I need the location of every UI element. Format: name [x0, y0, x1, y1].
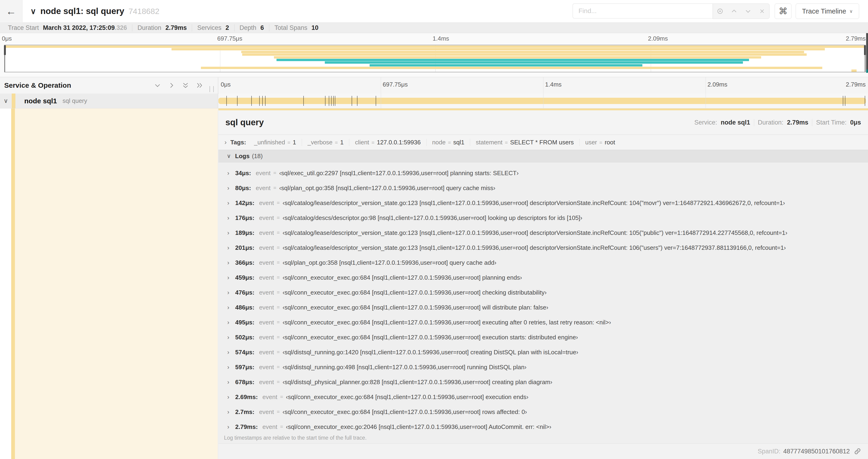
chevron-right-icon[interactable]: ›	[227, 170, 235, 177]
prev-match-icon[interactable]	[730, 7, 738, 15]
chevron-right-icon[interactable]: ›	[227, 199, 235, 207]
span-log-marker[interactable]	[331, 96, 332, 106]
log-entry[interactable]: ›459μs:event=‹sql/conn_executor_exec.go:…	[227, 270, 868, 285]
log-entry[interactable]: ›476μs:event=‹sql/conn_executor_exec.go:…	[227, 285, 868, 300]
chevron-right-icon[interactable]: ›	[227, 349, 235, 356]
log-entry[interactable]: ›176μs:event=‹sql/catalog/descs/descript…	[227, 210, 868, 225]
span-log-marker[interactable]	[259, 96, 260, 106]
log-entry[interactable]: ›142μs:event=‹sql/catalog/lease/descript…	[227, 195, 868, 210]
minimap-canvas[interactable]	[4, 45, 866, 72]
log-entry[interactable]: ›2.7ms:event=‹sql/conn_executor_exec.go:…	[227, 404, 868, 419]
timeline-tick-label: 0μs	[2, 35, 12, 42]
span-service-name: node sql1	[24, 97, 57, 105]
detail-meta-item: Duration: 2.79ms	[754, 119, 812, 126]
scrollbar-thumb[interactable]	[866, 33, 868, 69]
chevron-down-icon[interactable]: ∨	[0, 97, 12, 104]
tag-item: _verbose=1	[302, 139, 349, 146]
expand-all-icon[interactable]	[195, 81, 204, 89]
span-log-marker[interactable]	[335, 96, 335, 106]
log-entry[interactable]: ›495μs:event=‹sql/conn_executor_exec.go:…	[227, 315, 868, 330]
log-entry[interactable]: ›502μs:event=‹sql/conn_executor_exec.go:…	[227, 330, 868, 345]
span-duration-bar[interactable]	[218, 98, 866, 104]
chevron-right-icon[interactable]: ›	[227, 423, 235, 431]
logs-section-header[interactable]: ∨ Logs (18)	[218, 150, 868, 162]
span-row-node-sql1[interactable]: ∨ node sql1 sql query	[0, 94, 868, 108]
chevron-down-icon[interactable]: ∨	[30, 6, 36, 16]
timeline-tick-label: 1.4ms	[545, 81, 562, 88]
chevron-right-icon[interactable]: ›	[227, 379, 235, 386]
view-selector-button[interactable]: Trace Timeline ∨	[796, 3, 859, 19]
viewport-scrubber-left-handle[interactable]	[4, 45, 6, 55]
span-log-marker[interactable]	[865, 96, 865, 106]
span-log-marker[interactable]	[251, 96, 252, 106]
chevron-right-icon[interactable]: ›	[227, 334, 235, 341]
span-detail-section: sql query Service: node sql1Duration: 2.…	[0, 108, 868, 459]
log-entry[interactable]: ›80μs:event=‹sql/plan_opt.go:358 [nsql1,…	[227, 181, 868, 195]
minimap-span-bar	[277, 59, 749, 61]
span-log-marker[interactable]	[843, 96, 843, 106]
find-input[interactable]	[572, 3, 713, 19]
log-entry[interactable]: ›366μs:event=‹sql/plan_opt.go:358 [nsql1…	[227, 255, 868, 270]
service-operation-title: Service & Operation	[4, 81, 154, 89]
collapse-one-icon[interactable]	[154, 81, 161, 89]
span-log-marker[interactable]	[262, 96, 263, 106]
logs-label: Logs	[235, 153, 250, 160]
log-entry[interactable]: ›486μs:event=‹sql/conn_executor_exec.go:…	[227, 300, 868, 315]
collapse-all-icon[interactable]	[182, 81, 189, 89]
chevron-right-icon[interactable]: ›	[227, 304, 235, 311]
chevron-right-icon[interactable]: ›	[227, 364, 235, 371]
find-group	[572, 3, 770, 19]
span-name-column[interactable]: ∨ node sql1 sql query	[0, 94, 218, 108]
log-entry[interactable]: ›2.69ms:event=‹sql/conn_executor_exec.go…	[227, 390, 868, 404]
clear-find-icon[interactable]	[758, 7, 766, 15]
span-log-marker[interactable]	[237, 96, 238, 106]
chevron-right-icon[interactable]: ›	[227, 274, 235, 281]
span-log-marker[interactable]	[333, 96, 334, 106]
chevron-right-icon[interactable]: ›	[227, 214, 235, 222]
viewport-scrubber-right-handle[interactable]	[864, 45, 866, 55]
tags-label: Tags:	[230, 139, 246, 146]
back-button[interactable]: ←	[0, 0, 22, 22]
expand-one-icon[interactable]	[167, 81, 176, 89]
log-entry[interactable]: ›2.79ms:event=‹sql/conn_executor_exec.go…	[227, 419, 868, 434]
chevron-right-icon[interactable]: ›	[227, 319, 235, 326]
tags-row[interactable]: › Tags: _unfinished=1_verbose=1client=12…	[218, 135, 868, 150]
keyboard-shortcuts-button[interactable]: ⌘	[775, 3, 792, 19]
column-resizer-handle[interactable]	[210, 86, 214, 92]
deep-link-icon[interactable]	[854, 447, 862, 455]
chevron-right-icon[interactable]: ›	[227, 229, 235, 236]
view-selector-label: Trace Timeline	[802, 7, 846, 15]
chevron-right-icon[interactable]: ›	[227, 393, 235, 401]
chevron-right-icon[interactable]: ›	[227, 185, 235, 192]
span-log-marker[interactable]	[329, 96, 329, 106]
chevron-down-icon[interactable]: ∨	[227, 153, 231, 159]
span-log-marker[interactable]	[325, 96, 326, 106]
span-log-marker[interactable]	[265, 96, 266, 106]
log-entry[interactable]: ›34μs:event=‹sql/exec_util.go:2297 [nsql…	[227, 166, 868, 181]
span-log-marker[interactable]	[845, 96, 845, 106]
span-log-marker[interactable]	[357, 96, 358, 106]
trace-title-group: ∨ node sql1: sql query 7418682	[30, 0, 159, 22]
top-actions: ⌘ Trace Timeline ∨	[572, 3, 859, 19]
chevron-right-icon[interactable]: ›	[227, 244, 235, 252]
span-bar-cell[interactable]	[218, 94, 868, 108]
span-log-marker[interactable]	[226, 96, 227, 106]
log-entry[interactable]: ›201μs:event=‹sql/catalog/lease/descript…	[227, 240, 868, 255]
span-log-marker[interactable]	[376, 96, 376, 106]
span-log-marker[interactable]	[352, 96, 352, 106]
chevron-right-icon[interactable]: ›	[227, 289, 235, 296]
log-entry[interactable]: ›597μs:event=‹sql/distsql_running.go:498…	[227, 360, 868, 374]
focus-match-icon[interactable]	[716, 7, 724, 15]
log-entry[interactable]: ›189μs:event=‹sql/catalog/lease/descript…	[227, 225, 868, 240]
chevron-right-icon[interactable]: ›	[224, 138, 226, 146]
next-match-icon[interactable]	[744, 7, 752, 15]
chevron-right-icon[interactable]: ›	[227, 259, 235, 266]
log-entry[interactable]: ›678μs:event=‹sql/distsql_physical_plann…	[227, 374, 868, 390]
span-log-marker[interactable]	[303, 96, 304, 106]
log-entry[interactable]: ›574μs:event=‹sql/distsql_running.go:142…	[227, 345, 868, 360]
tag-item: _unfinished=1	[248, 139, 302, 146]
minimap-tick-labels: 0μs697.75μs1.4ms2.09ms2.79ms	[0, 35, 868, 44]
chevron-right-icon[interactable]: ›	[227, 408, 235, 416]
tag-item: user=root	[580, 139, 621, 146]
span-id-label: SpanID:	[757, 448, 780, 455]
